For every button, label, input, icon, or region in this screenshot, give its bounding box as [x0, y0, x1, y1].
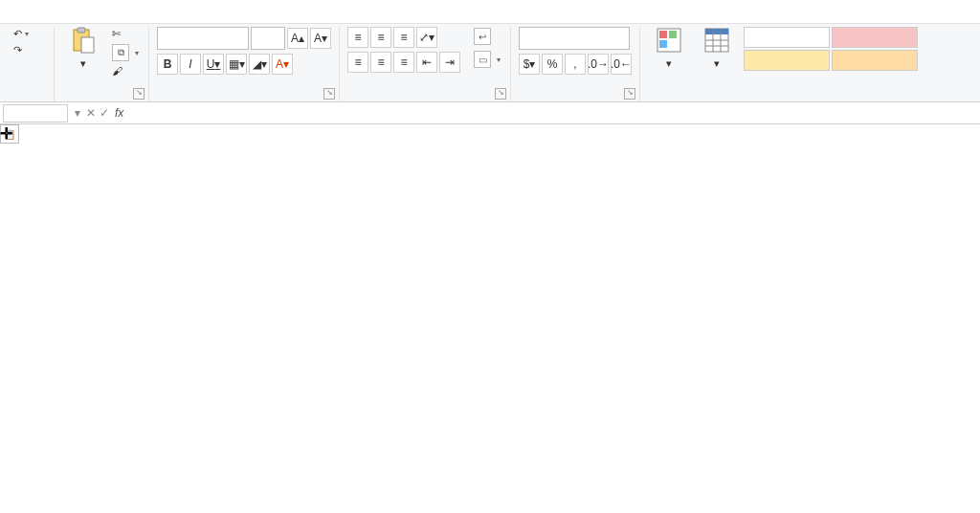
- cell-style-normal[interactable]: [744, 27, 830, 48]
- bold-button[interactable]: B: [157, 54, 178, 75]
- svg-rect-6: [659, 40, 667, 48]
- copy-button[interactable]: ⧉▾: [110, 43, 141, 62]
- increase-decimal-button[interactable]: .0→: [588, 54, 609, 75]
- border-button[interactable]: ▦▾: [226, 54, 247, 75]
- formula-input[interactable]: [127, 104, 980, 122]
- copy-icon: ⧉: [112, 44, 129, 61]
- wrap-icon: ↩: [474, 28, 491, 45]
- comma-format-button[interactable]: ,: [565, 54, 586, 75]
- table-icon: [703, 27, 730, 54]
- group-label-undo: [11, 86, 46, 100]
- align-right-button[interactable]: ≡: [393, 52, 414, 73]
- font-size-select[interactable]: [251, 27, 285, 50]
- name-box[interactable]: [3, 104, 68, 123]
- merge-icon: ▭: [474, 51, 491, 68]
- scissors-icon: ✄: [112, 28, 121, 40]
- align-bottom-button[interactable]: ≡: [393, 27, 414, 48]
- bucket-icon: ◢: [253, 57, 261, 71]
- align-left-button[interactable]: ≡: [347, 52, 368, 73]
- alignment-dialog-icon[interactable]: ↘: [495, 88, 506, 100]
- decrease-indent-button[interactable]: ⇤: [416, 52, 437, 73]
- svg-rect-4: [659, 31, 667, 38]
- undo-button[interactable]: ↶▾: [11, 27, 31, 41]
- confirm-formula-icon[interactable]: ✓: [98, 106, 111, 120]
- paste-options-icon: 📋: [4, 129, 15, 140]
- redo-button[interactable]: ↷: [11, 43, 31, 57]
- font-dialog-icon[interactable]: ↘: [323, 88, 335, 100]
- redo-icon: ↷: [13, 44, 22, 56]
- wrap-text-button[interactable]: ↩: [472, 27, 502, 46]
- cut-button[interactable]: ✄: [110, 27, 141, 41]
- fx-icon[interactable]: fx: [111, 106, 127, 120]
- align-top-button[interactable]: ≡: [347, 27, 368, 48]
- cell-style-neutral[interactable]: [744, 50, 830, 71]
- number-format-select[interactable]: [519, 27, 630, 50]
- orientation-button[interactable]: ⤢▾: [416, 27, 437, 48]
- increase-font-button[interactable]: A▴: [287, 28, 308, 49]
- align-center-button[interactable]: ≡: [370, 52, 391, 73]
- brush-icon: 🖌: [112, 65, 122, 77]
- undo-icon: ↶: [13, 28, 22, 40]
- fill-color-button[interactable]: ◢▾: [249, 54, 270, 75]
- cell-style-bad[interactable]: [832, 27, 918, 48]
- formula-bar: ▾ ✕ ✓ fx: [0, 102, 980, 124]
- svg-rect-1: [78, 28, 85, 33]
- chevron-down-icon[interactable]: ▾: [71, 106, 84, 120]
- increase-indent-button[interactable]: ⇥: [439, 52, 460, 73]
- italic-button[interactable]: I: [180, 54, 201, 75]
- align-middle-button[interactable]: ≡: [370, 27, 391, 48]
- svg-rect-5: [669, 31, 677, 38]
- accounting-format-button[interactable]: $▾: [519, 54, 540, 75]
- cell-style-calculation[interactable]: [832, 50, 918, 71]
- conditional-formatting-button[interactable]: ▾: [648, 27, 690, 70]
- number-dialog-icon[interactable]: ↘: [624, 88, 635, 100]
- svg-rect-8: [705, 29, 728, 34]
- decrease-font-button[interactable]: A▾: [310, 28, 331, 49]
- font-color-button[interactable]: A▾: [272, 54, 293, 75]
- clipboard-dialog-icon[interactable]: ↘: [133, 88, 145, 100]
- underline-button[interactable]: U▾: [203, 54, 224, 75]
- svg-rect-2: [81, 37, 94, 53]
- menu-bar: [0, 0, 980, 24]
- format-as-table-button[interactable]: ▾: [696, 27, 738, 70]
- decrease-decimal-button[interactable]: .0←: [611, 54, 632, 75]
- cancel-formula-icon[interactable]: ✕: [84, 106, 98, 120]
- format-painter-button[interactable]: 🖌: [110, 64, 141, 78]
- ribbon: ↶▾ ↷ ▾ ✄ ⧉▾ 🖌 ↘ A▴ A▾: [0, 24, 980, 102]
- paste-icon: [70, 27, 97, 54]
- paste-options-button[interactable]: 📋: [0, 124, 19, 144]
- percent-format-button[interactable]: %: [542, 54, 563, 75]
- paste-button[interactable]: ▾: [62, 27, 104, 70]
- merge-center-button[interactable]: ▭▾: [472, 50, 502, 69]
- conditional-icon: [656, 27, 682, 54]
- font-name-select[interactable]: [157, 27, 249, 50]
- worksheet[interactable]: 📋 ✛: [0, 124, 980, 513]
